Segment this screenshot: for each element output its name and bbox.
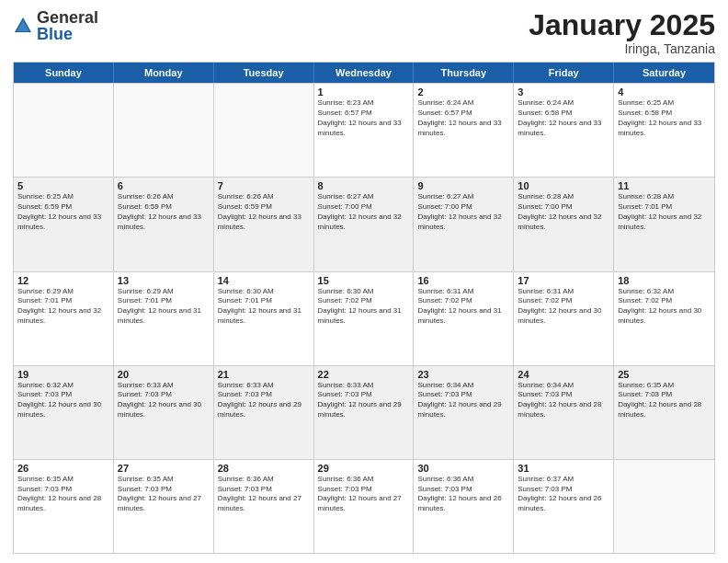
day-number: 27 — [118, 463, 210, 474]
cell-info: Sunrise: 6:27 AM Sunset: 7:00 PM Dayligh… — [417, 192, 509, 232]
cell-info: Sunrise: 6:31 AM Sunset: 7:02 PM Dayligh… — [518, 287, 609, 327]
calendar-cell: 15Sunrise: 6:30 AM Sunset: 7:02 PM Dayli… — [314, 272, 415, 365]
calendar-cell: 25Sunrise: 6:35 AM Sunset: 7:03 PM Dayli… — [614, 366, 714, 459]
calendar-week-5: 26Sunrise: 6:35 AM Sunset: 7:03 PM Dayli… — [14, 459, 714, 553]
day-number: 11 — [618, 180, 711, 191]
cell-info: Sunrise: 6:35 AM Sunset: 7:03 PM Dayligh… — [17, 475, 109, 514]
calendar-location: Iringa, Tanzania — [529, 41, 715, 56]
day-number: 26 — [17, 463, 109, 474]
calendar-header-row: SundayMondayTuesdayWednesdayThursdayFrid… — [14, 63, 714, 83]
calendar-cell: 7Sunrise: 6:26 AM Sunset: 6:59 PM Daylig… — [214, 178, 314, 270]
calendar-cell: 19Sunrise: 6:32 AM Sunset: 7:03 PM Dayli… — [14, 366, 114, 459]
calendar-cell: 21Sunrise: 6:33 AM Sunset: 7:03 PM Dayli… — [214, 366, 314, 459]
calendar-title: January 2025 — [529, 9, 715, 41]
calendar-cell: 24Sunrise: 6:34 AM Sunset: 7:03 PM Dayli… — [514, 366, 614, 459]
cell-info: Sunrise: 6:23 AM Sunset: 6:57 PM Dayligh… — [318, 98, 410, 138]
logo-general-text: General — [37, 8, 98, 27]
cell-info: Sunrise: 6:25 AM Sunset: 6:59 PM Dayligh… — [17, 192, 109, 232]
day-number: 16 — [417, 275, 509, 286]
day-number: 2 — [417, 86, 509, 98]
calendar-cell: 1Sunrise: 6:23 AM Sunset: 6:57 PM Daylig… — [314, 84, 415, 177]
calendar-cell: 27Sunrise: 6:35 AM Sunset: 7:03 PM Dayli… — [114, 460, 214, 553]
day-number: 15 — [318, 275, 410, 286]
calendar-cell — [114, 84, 214, 177]
header-day-monday: Monday — [114, 63, 214, 83]
cell-info: Sunrise: 6:24 AM Sunset: 6:58 PM Dayligh… — [518, 98, 609, 138]
cell-info: Sunrise: 6:30 AM Sunset: 7:01 PM Dayligh… — [218, 287, 310, 327]
header-day-thursday: Thursday — [414, 63, 514, 83]
calendar-cell: 2Sunrise: 6:24 AM Sunset: 6:57 PM Daylig… — [414, 84, 514, 177]
calendar-cell: 31Sunrise: 6:37 AM Sunset: 7:03 PM Dayli… — [514, 460, 614, 553]
title-block: January 2025 Iringa, Tanzania — [529, 9, 715, 56]
calendar-cell: 6Sunrise: 6:26 AM Sunset: 6:59 PM Daylig… — [114, 178, 214, 270]
page: General Blue January 2025 Iringa, Tanzan… — [0, 0, 728, 563]
cell-info: Sunrise: 6:27 AM Sunset: 7:00 PM Dayligh… — [318, 192, 410, 232]
calendar-cell: 8Sunrise: 6:27 AM Sunset: 7:00 PM Daylig… — [314, 178, 415, 270]
calendar-cell: 28Sunrise: 6:36 AM Sunset: 7:03 PM Dayli… — [214, 460, 314, 553]
cell-info: Sunrise: 6:36 AM Sunset: 7:03 PM Dayligh… — [218, 475, 310, 514]
calendar-cell: 16Sunrise: 6:31 AM Sunset: 7:02 PM Dayli… — [414, 272, 514, 365]
cell-info: Sunrise: 6:26 AM Sunset: 6:59 PM Dayligh… — [118, 192, 210, 232]
header-day-saturday: Saturday — [614, 63, 714, 83]
calendar-cell: 9Sunrise: 6:27 AM Sunset: 7:00 PM Daylig… — [414, 178, 514, 270]
calendar-cell: 17Sunrise: 6:31 AM Sunset: 7:02 PM Dayli… — [514, 272, 614, 365]
day-number: 4 — [618, 86, 711, 98]
day-number: 21 — [218, 369, 310, 380]
day-number: 17 — [518, 275, 609, 286]
day-number: 24 — [518, 369, 609, 380]
cell-info: Sunrise: 6:36 AM Sunset: 7:03 PM Dayligh… — [417, 475, 509, 514]
calendar-week-1: 1Sunrise: 6:23 AM Sunset: 6:57 PM Daylig… — [14, 83, 714, 177]
calendar-cell: 11Sunrise: 6:28 AM Sunset: 7:01 PM Dayli… — [614, 178, 714, 270]
cell-info: Sunrise: 6:28 AM Sunset: 7:00 PM Dayligh… — [518, 192, 609, 232]
cell-info: Sunrise: 6:36 AM Sunset: 7:03 PM Dayligh… — [318, 475, 410, 514]
day-number: 13 — [118, 275, 210, 286]
cell-info: Sunrise: 6:32 AM Sunset: 7:02 PM Dayligh… — [618, 287, 711, 327]
calendar-cell: 29Sunrise: 6:36 AM Sunset: 7:03 PM Dayli… — [314, 460, 415, 553]
cell-info: Sunrise: 6:31 AM Sunset: 7:02 PM Dayligh… — [417, 287, 509, 327]
calendar-week-2: 5Sunrise: 6:25 AM Sunset: 6:59 PM Daylig… — [14, 177, 714, 270]
calendar: SundayMondayTuesdayWednesdayThursdayFrid… — [13, 62, 715, 554]
day-number: 7 — [218, 180, 310, 191]
calendar-week-4: 19Sunrise: 6:32 AM Sunset: 7:03 PM Dayli… — [14, 365, 714, 459]
cell-info: Sunrise: 6:33 AM Sunset: 7:03 PM Dayligh… — [118, 381, 210, 420]
day-number: 23 — [417, 369, 509, 380]
day-number: 10 — [518, 180, 609, 191]
header-day-tuesday: Tuesday — [214, 63, 314, 83]
calendar-cell: 23Sunrise: 6:34 AM Sunset: 7:03 PM Dayli… — [414, 366, 514, 459]
day-number: 18 — [618, 275, 711, 286]
day-number: 14 — [218, 275, 310, 286]
cell-info: Sunrise: 6:32 AM Sunset: 7:03 PM Dayligh… — [17, 381, 109, 420]
calendar-cell: 20Sunrise: 6:33 AM Sunset: 7:03 PM Dayli… — [114, 366, 214, 459]
calendar-body: 1Sunrise: 6:23 AM Sunset: 6:57 PM Daylig… — [14, 83, 714, 553]
day-number: 6 — [118, 180, 210, 191]
cell-info: Sunrise: 6:34 AM Sunset: 7:03 PM Dayligh… — [417, 381, 509, 420]
calendar-cell: 4Sunrise: 6:25 AM Sunset: 6:58 PM Daylig… — [614, 84, 714, 177]
logo: General Blue — [13, 9, 98, 42]
header-day-sunday: Sunday — [14, 63, 114, 83]
calendar-cell — [614, 460, 714, 553]
cell-info: Sunrise: 6:35 AM Sunset: 7:03 PM Dayligh… — [118, 475, 210, 514]
logo-text: General Blue — [37, 9, 98, 42]
calendar-cell: 22Sunrise: 6:33 AM Sunset: 7:03 PM Dayli… — [314, 366, 415, 459]
calendar-cell: 5Sunrise: 6:25 AM Sunset: 6:59 PM Daylig… — [14, 178, 114, 270]
calendar-cell: 10Sunrise: 6:28 AM Sunset: 7:00 PM Dayli… — [514, 178, 614, 270]
calendar-cell: 14Sunrise: 6:30 AM Sunset: 7:01 PM Dayli… — [214, 272, 314, 365]
day-number: 31 — [518, 463, 609, 474]
logo-icon — [13, 16, 33, 36]
day-number: 20 — [118, 369, 210, 380]
calendar-cell: 26Sunrise: 6:35 AM Sunset: 7:03 PM Dayli… — [14, 460, 114, 553]
day-number: 3 — [518, 86, 609, 98]
cell-info: Sunrise: 6:26 AM Sunset: 6:59 PM Dayligh… — [218, 192, 310, 232]
day-number: 30 — [417, 463, 509, 474]
day-number: 5 — [17, 180, 109, 191]
cell-info: Sunrise: 6:29 AM Sunset: 7:01 PM Dayligh… — [17, 287, 109, 327]
header: General Blue January 2025 Iringa, Tanzan… — [13, 9, 715, 56]
header-day-wednesday: Wednesday — [314, 63, 415, 83]
day-number: 28 — [218, 463, 310, 474]
cell-info: Sunrise: 6:33 AM Sunset: 7:03 PM Dayligh… — [218, 381, 310, 420]
calendar-cell — [14, 84, 114, 177]
cell-info: Sunrise: 6:29 AM Sunset: 7:01 PM Dayligh… — [118, 287, 210, 327]
cell-info: Sunrise: 6:30 AM Sunset: 7:02 PM Dayligh… — [318, 287, 410, 327]
header-day-friday: Friday — [514, 63, 614, 83]
day-number: 8 — [318, 180, 410, 191]
